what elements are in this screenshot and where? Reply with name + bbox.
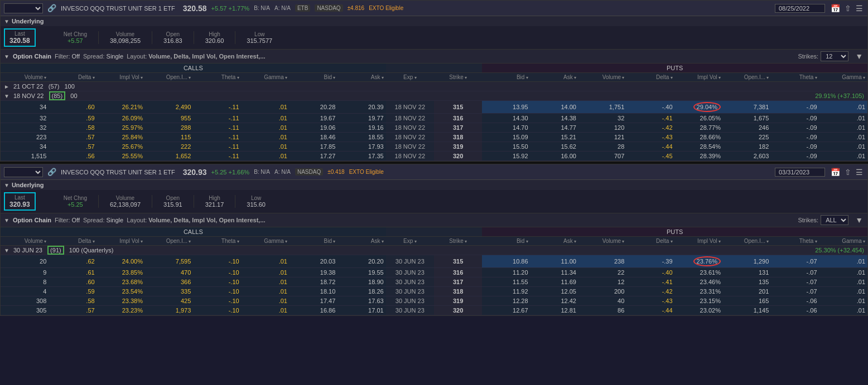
table-row[interactable]: 308.5823.38%425-.10.0117.4717.63 30 JUN … bbox=[1, 296, 867, 306]
col-put-openi-1[interactable]: Open.I... bbox=[723, 73, 771, 82]
col2-call-theta[interactable]: Theta bbox=[193, 237, 241, 246]
group-label-2: 18 NOV 22 (85) 00 bbox=[13, 91, 78, 100]
col-put-vol-1[interactable]: Volume bbox=[578, 73, 626, 82]
group-expand-arrow-2: ▼ bbox=[4, 93, 9, 99]
table-row[interactable]: 20.6224.00%7,595-.10.0120.0320.20 30 JUN… bbox=[1, 255, 867, 268]
col-call-ask-1[interactable]: Ask bbox=[337, 73, 385, 82]
underlying-arrow-2: ▼ bbox=[4, 182, 9, 188]
company-name-1: INVESCO QQQ TRUST UNIT SER 1 ETF bbox=[61, 5, 175, 12]
strikes-select-2[interactable]: ALL bbox=[821, 215, 848, 225]
underlying-stats-1: Last 320.58 Net Chng +5.57 Volume 38,098… bbox=[1, 26, 867, 49]
upload-btn-2[interactable]: ⇧ bbox=[843, 168, 852, 177]
low-value-1: 315.7577 bbox=[247, 37, 272, 44]
call-vol: 34 bbox=[1, 101, 49, 114]
calendar-btn-1[interactable]: 📅 bbox=[830, 4, 841, 13]
table-row[interactable]: 9.6123.85%470-.10.0119.3819.55 30 JUN 23… bbox=[1, 268, 867, 277]
table-row[interactable]: 305.5723.23%1,973-.10.0116.8617.01 30 JU… bbox=[1, 306, 867, 315]
col2-put-implvol[interactable]: Impl Vol bbox=[675, 237, 723, 246]
col2-call-vol[interactable]: Volume bbox=[1, 237, 49, 246]
group-pct-1 bbox=[482, 82, 867, 91]
last-box-2: Last 320.93 bbox=[4, 192, 36, 211]
table-row[interactable]: 223.5725.84%115-.11.0118.4618.55 18 NOV … bbox=[1, 133, 867, 142]
col-call-delta-1[interactable]: Delta bbox=[49, 73, 97, 82]
col-call-bid-1[interactable]: Bid bbox=[290, 73, 337, 82]
price-change-2: +5.25 +1.66% bbox=[211, 169, 250, 176]
ticker-select-2[interactable]: QQQ bbox=[4, 167, 43, 177]
col2-call-bid[interactable]: Bid bbox=[290, 237, 337, 246]
col2-put-delta[interactable]: Delta bbox=[626, 237, 674, 246]
col-call-vol-1[interactable]: Volume bbox=[1, 73, 49, 82]
menu-btn-1[interactable]: ☰ bbox=[855, 4, 864, 13]
col2-call-gamma[interactable]: Gamma bbox=[242, 237, 290, 246]
underlying-section-2: ▼ Underlying Last 320.93 Net Chng +5.25 … bbox=[1, 180, 867, 213]
col2-call-implvol[interactable]: Impl Vol bbox=[97, 237, 145, 246]
expand-btn-1[interactable]: ▼ bbox=[854, 52, 864, 61]
table-row[interactable]: 32.5825.97%288-.11.0119.0619.16 18 NOV 2… bbox=[1, 123, 867, 133]
table-row[interactable]: 8.6023.68%366-.10.0118.7218.90 30 JUN 23… bbox=[1, 277, 867, 287]
date-1[interactable]: 08/25/2022 bbox=[775, 4, 825, 13]
col-put-delta-1[interactable]: Delta bbox=[626, 73, 674, 82]
col-call-openi-1[interactable]: Open.I... bbox=[145, 73, 193, 82]
table-row[interactable]: 4.5923.54%335-.10.0118.1018.26 30 JUN 23… bbox=[1, 287, 867, 296]
high-label-1: High bbox=[209, 31, 220, 37]
high-label-2: High bbox=[209, 195, 220, 201]
exto-1: EXTO Eligible bbox=[369, 5, 403, 11]
puts-header-1: PUTS bbox=[482, 64, 867, 73]
calendar-btn-2[interactable]: 📅 bbox=[830, 168, 841, 177]
group-row-18nov22[interactable]: ▼ 18 NOV 22 (85) 00 29.91% (+37.105) bbox=[1, 91, 867, 101]
col2-call-openi[interactable]: Open.I... bbox=[145, 237, 193, 246]
open-value-1: 316.83 bbox=[163, 37, 182, 44]
price-1: 320.58 bbox=[183, 4, 207, 13]
table-row[interactable]: 34.5725.67%222-.11.0117.8517.93 18 NOV 2… bbox=[1, 142, 867, 152]
col-call-gamma-1[interactable]: Gamma bbox=[242, 73, 290, 82]
upload-btn-1[interactable]: ⇧ bbox=[843, 4, 852, 13]
col2-put-openi[interactable]: Open.I... bbox=[723, 237, 771, 246]
col2-put-bid[interactable]: Bid bbox=[482, 237, 530, 246]
strikes-select-1[interactable]: 12 bbox=[821, 51, 848, 61]
col2-exp[interactable]: Exp bbox=[386, 237, 434, 246]
group-row-21oct22[interactable]: ► 21 OCT 22 (57) 100 bbox=[1, 82, 867, 91]
spread-value-2: Single bbox=[107, 217, 124, 223]
underlying-header-2[interactable]: ▼ Underlying bbox=[1, 180, 867, 190]
table-row[interactable]: 32.5926.09%955-.11.0119.6719.77 18 NOV 2… bbox=[1, 114, 867, 123]
date-2[interactable]: 03/31/2023 bbox=[775, 168, 825, 177]
volume-value-2: 62,138,097 bbox=[110, 201, 141, 208]
underlying-header-1[interactable]: ▼ Underlying bbox=[1, 16, 867, 26]
netchng-group-1: Net Chng +5.57 bbox=[52, 31, 99, 44]
group-expand-arrow-3: ▼ bbox=[4, 247, 9, 254]
col-put-gamma-1[interactable]: Gamma bbox=[819, 73, 867, 82]
underlying-stats-2: Last 320.93 Net Chng +5.25 Volume 62,138… bbox=[1, 190, 867, 213]
col-put-ask-1[interactable]: Ask bbox=[531, 73, 578, 82]
col-call-implvol-1[interactable]: Impl Vol bbox=[97, 73, 145, 82]
calls-header-1: CALLS bbox=[1, 64, 386, 73]
table-row[interactable]: 34 .60 26.21% 2,490 -.11 .01 20.28 20.39… bbox=[1, 101, 867, 114]
col2-put-ask[interactable]: Ask bbox=[531, 237, 578, 246]
chain-icon-1: 🔗 bbox=[47, 4, 56, 12]
col2-strike[interactable]: Strike bbox=[434, 237, 482, 246]
col2-put-theta[interactable]: Theta bbox=[771, 237, 819, 246]
exto-2: EXTO Eligible bbox=[349, 169, 384, 175]
col2-call-delta[interactable]: Delta bbox=[49, 237, 97, 246]
calls-header-2: CALLS bbox=[1, 227, 386, 237]
option-chain-bar-1: ▼ Option Chain Filter: Off Spread: Singl… bbox=[1, 50, 867, 64]
table-row[interactable]: 1,515.5625.55%1,652-.11.0117.2717.35 18 … bbox=[1, 152, 867, 161]
menu-btn-2[interactable]: ☰ bbox=[855, 168, 864, 177]
put-bid: 13.95 bbox=[482, 101, 530, 114]
option-chain-label-1: Option Chain bbox=[13, 53, 51, 60]
options-table-1: CALLS PUTS Volume Delta Impl Vol Open.I.… bbox=[1, 64, 867, 161]
last-value-2: 320.93 bbox=[9, 201, 30, 208]
group-row-30jun23[interactable]: ▼ 30 JUN 23 (91) 100 (Quarterlys) 25.30%… bbox=[1, 246, 867, 255]
col-put-implvol-1[interactable]: Impl Vol bbox=[675, 73, 723, 82]
col2-put-vol[interactable]: Volume bbox=[578, 237, 626, 246]
col-put-bid-1[interactable]: Bid bbox=[482, 73, 530, 82]
top-bar-1: QQQ 🔗 INVESCO QQQ TRUST UNIT SER 1 ETF 3… bbox=[1, 1, 867, 16]
col-put-theta-1[interactable]: Theta bbox=[771, 73, 819, 82]
middle-header-1 bbox=[386, 64, 483, 73]
ticker-select-1[interactable]: QQQ bbox=[4, 3, 43, 13]
col2-put-gamma[interactable]: Gamma bbox=[819, 237, 867, 246]
col-exp-1[interactable]: Exp bbox=[386, 73, 434, 82]
col-call-theta-1[interactable]: Theta bbox=[193, 73, 241, 82]
col2-call-ask[interactable]: Ask bbox=[337, 237, 385, 246]
col-strike-1[interactable]: Strike bbox=[434, 73, 482, 82]
expand-btn-2[interactable]: ▼ bbox=[854, 216, 864, 225]
